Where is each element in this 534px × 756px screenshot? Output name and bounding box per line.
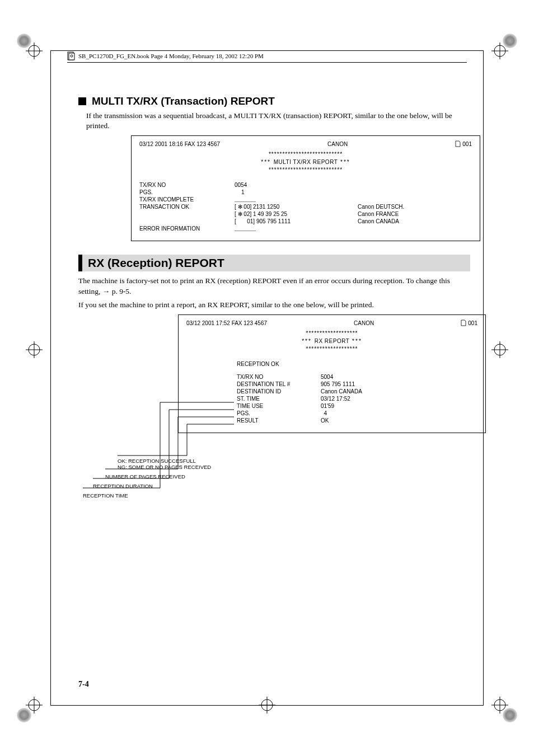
error-info-value: x xyxy=(235,226,358,232)
st-time-label: ST. TIME xyxy=(237,396,321,402)
stars-bottom: *************************** xyxy=(139,166,472,174)
incomplete-label: TX/RX INCOMPLETE xyxy=(139,196,235,203)
pgs-value: 1 xyxy=(235,189,364,195)
result-label: RESULT xyxy=(237,417,321,424)
report-row: TIME USE 01'59 xyxy=(237,403,477,409)
callout-ng: NG: SOME OR NO PAGES RECEIVED xyxy=(118,464,211,470)
report-row: TRANSACTION OK [ ✻ 00] 2131 1250 Canon D… xyxy=(139,204,472,210)
crop-frame-line xyxy=(50,50,484,51)
report-row: ST. TIME 03/12 17:52 xyxy=(237,396,477,402)
dest-id-label: DESTINATION ID xyxy=(237,388,321,395)
transaction-ok-label: TRANSACTION OK xyxy=(139,204,235,210)
ok2-mid: [ ✻ 02] 1 49 39 25 25 xyxy=(235,211,358,217)
crop-frame-line xyxy=(50,50,51,706)
registration-mark xyxy=(491,43,508,59)
ok3-mid: [ 01] 905 795 1111 xyxy=(235,218,358,224)
stars-pre: *** xyxy=(261,159,271,165)
error-info-label: ERROR INFORMATION xyxy=(139,226,235,232)
report1-header-left: 03/12 2001 18:16 FAX 123 4567 xyxy=(139,141,220,147)
stars-pre: *** xyxy=(302,338,312,344)
section1-intro: If the transmission was a sequential bro… xyxy=(86,111,470,131)
registration-mark xyxy=(26,697,43,713)
multi-txrx-report-box: 03/12 2001 18:16 FAX 123 4567 CANON 001 … xyxy=(131,135,480,241)
section2-para1: The machine is factory-set not to print … xyxy=(78,276,470,296)
report1-header-center: CANON xyxy=(327,141,348,147)
report-row: [ ✻ 02] 1 49 39 25 25 Canon FRANCE xyxy=(139,211,472,217)
report2-title: RX REPORT xyxy=(315,338,350,344)
stars-top: ******************* xyxy=(186,330,477,337)
registration-mark xyxy=(491,697,508,713)
pgs-label: PGS. xyxy=(139,189,235,195)
page-icon xyxy=(455,140,461,147)
report-row: DESTINATION ID Canon CANADA xyxy=(237,388,477,395)
report2-header-right: 001 xyxy=(468,320,477,326)
dest-id-value: Canon CANADA xyxy=(321,388,362,395)
arrow-icon: → xyxy=(102,287,110,295)
result-value: OK xyxy=(321,417,329,424)
ok2-rgt: Canon FRANCE xyxy=(358,211,472,217)
callout-result: OK: RECEPTION SUCCESFULL NG: SOME OR NO … xyxy=(118,458,211,470)
txrx-no-label: TX/RX NO xyxy=(139,182,235,188)
report-row: TX/RX NO 0054 xyxy=(139,182,472,188)
section1-title: MULTI TX/RX (Transaction) REPORT xyxy=(92,95,275,107)
callout-pages: NUMBER OF PAGES RECEIVED xyxy=(105,473,185,480)
dest-tel-label: DESTINATION TEL # xyxy=(237,381,321,387)
stars-post: *** xyxy=(340,159,350,165)
rx-report-box: 03/12 2001 17:52 FAX 123 4567 CANON 001 … xyxy=(178,314,486,433)
callout-duration: RECEPTION DURATION xyxy=(93,483,153,489)
report1-title: MULTI TX/RX REPORT xyxy=(274,159,338,165)
report2-header-left: 03/12 2001 17:52 FAX 123 4567 xyxy=(186,320,267,326)
pgs-value: 4 xyxy=(321,410,327,416)
txrx-no-value: 0054 xyxy=(235,182,358,188)
page-number: 7-4 xyxy=(78,680,89,689)
report-row: PGS. 1 xyxy=(139,189,472,195)
page-icon xyxy=(461,320,466,326)
dest-tel-value: 905 795 1111 xyxy=(321,381,355,387)
ok3-rgt: Canon CANADA xyxy=(358,218,472,224)
registration-mark xyxy=(491,341,508,358)
report2-header-center: CANON xyxy=(354,320,374,326)
section2-para2: If you set the machine to print a report… xyxy=(78,300,470,310)
para1-b: p. 9-5. xyxy=(110,287,131,295)
time-use-label: TIME USE xyxy=(237,403,321,409)
section-heading: MULTI TX/RX (Transaction) REPORT xyxy=(78,95,470,107)
txrx-no-value: 5004 xyxy=(321,374,333,380)
report-row: DESTINATION TEL # 905 795 1111 xyxy=(237,381,477,387)
stars-bottom: ******************* xyxy=(186,345,477,353)
para1-a: The machine is factory-set not to print … xyxy=(78,276,450,295)
time-use-value: 01'59 xyxy=(321,403,334,409)
callout-ok: OK: RECEPTION SUCCESFULL xyxy=(118,458,211,464)
book-header-bar: SB_PC1270D_FG_EN.book Page 4 Monday, Feb… xyxy=(67,51,467,63)
report-row: ERROR INFORMATION x xyxy=(139,226,472,232)
report-row: PGS. 4 xyxy=(237,410,477,416)
txrx-no-label: TX/RX NO xyxy=(237,374,321,380)
incomplete-value: x xyxy=(235,196,358,203)
registration-mark xyxy=(26,43,43,59)
svg-rect-22 xyxy=(69,53,74,60)
heading-bullet-icon xyxy=(78,97,86,105)
report-row: TX/RX NO 5004 xyxy=(237,374,477,380)
reception-ok: RECEPTION OK xyxy=(237,361,279,367)
book-file-icon xyxy=(67,51,75,60)
section-band: RX (Reception) REPORT xyxy=(78,255,470,271)
st-time-value: 03/12 17:52 xyxy=(321,396,350,402)
section2-title: RX (Reception) REPORT xyxy=(88,256,465,270)
report-row: [ 01] 905 795 1111 Canon CANADA xyxy=(139,218,472,224)
stars-top: *************************** xyxy=(139,151,472,158)
ok1-mid: [ ✻ 00] 2131 1250 xyxy=(235,204,358,210)
ok1-rgt: Canon DEUTSCH. xyxy=(358,204,472,210)
book-header-text: SB_PC1270D_FG_EN.book Page 4 Monday, Feb… xyxy=(78,53,264,59)
callout-time: RECEPTION TIME xyxy=(83,492,128,499)
crop-frame-line xyxy=(50,705,484,706)
report1-header-right: 001 xyxy=(462,141,472,147)
report-row: RESULT OK xyxy=(237,417,477,424)
stars-post: *** xyxy=(352,338,362,344)
pgs-label: PGS. xyxy=(237,410,321,416)
registration-mark xyxy=(26,341,43,358)
report-row: TX/RX INCOMPLETE x xyxy=(139,196,472,203)
